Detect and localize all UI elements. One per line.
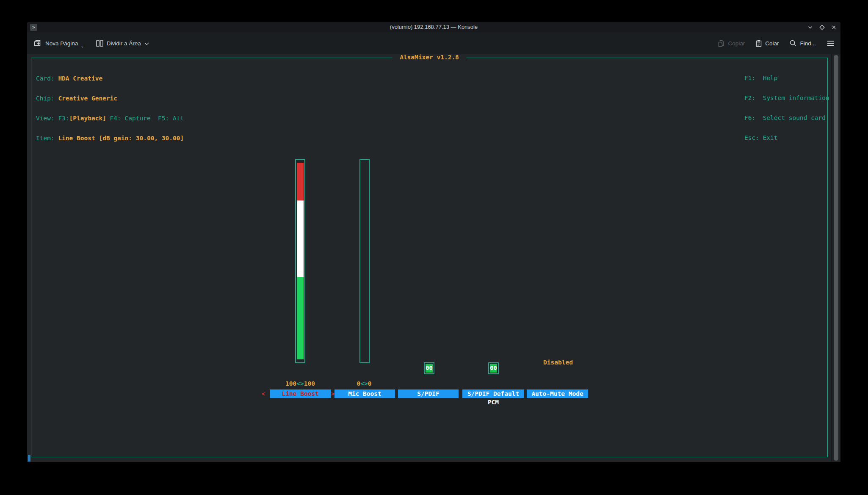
alsamixer-help-block: F1: Help F2: System information F6: Sele… bbox=[744, 62, 829, 154]
info-line-chip: Chip: Creative Generic bbox=[36, 95, 184, 102]
close-icon[interactable] bbox=[829, 23, 838, 31]
find-label: Find... bbox=[800, 40, 816, 47]
find-button[interactable]: Find... bbox=[790, 40, 816, 47]
new-tab-label: Nova Página bbox=[45, 40, 78, 47]
auto-mute-status: Disabled bbox=[526, 359, 590, 366]
help-line-esc: Esc: Exit bbox=[744, 135, 829, 142]
control-label-spdif-default-pcm[interactable]: S/PDIF Default PCM bbox=[462, 389, 524, 398]
copy-label: Copiar bbox=[728, 40, 745, 47]
info-line-card: Card: HDA Creative bbox=[36, 75, 184, 82]
control-label-auto-mute-mode[interactable]: Auto-Mute Mode bbox=[527, 389, 588, 398]
toolbar-right-group: Copiar Colar Find... bbox=[718, 40, 835, 47]
control-label-spdif[interactable]: S/PDIF bbox=[398, 389, 459, 398]
split-view-label: Dividir a Área bbox=[107, 40, 141, 47]
titlebar[interactable]: > (volumio) 192.168.77.13 — Konsole bbox=[27, 22, 840, 32]
window-controls bbox=[806, 23, 838, 31]
split-view-icon bbox=[96, 40, 103, 47]
desktop: > (volumio) 192.168.77.13 — Konsole bbox=[0, 0, 868, 495]
control-label-mic-boost[interactable]: Mic Boost bbox=[334, 389, 395, 398]
paste-button[interactable]: Colar bbox=[756, 40, 779, 47]
control-label-line-boost[interactable]: Line Boost bbox=[270, 389, 331, 398]
info-line-view: View: F3:[Playback] F4: Capture F5: All bbox=[36, 115, 184, 122]
volume-bar-fill bbox=[297, 163, 304, 359]
volume-bar-line-boost[interactable] bbox=[295, 159, 305, 363]
toolbar-left-group: Nova Página ⌄ Dividir a Área bbox=[34, 40, 149, 47]
terminal-area[interactable]: AlsaMixer v1.2.8 Card: HDA Creative Chip… bbox=[27, 54, 840, 462]
bar-segment-green bbox=[297, 277, 304, 359]
selector-left-arrow: < bbox=[260, 389, 267, 398]
help-line-f6: F6: Select sound card bbox=[744, 115, 829, 122]
line-boost-values: 100<>100 bbox=[275, 381, 326, 387]
copy-icon bbox=[718, 40, 724, 47]
scrollbar-track[interactable] bbox=[831, 54, 840, 462]
paste-label: Colar bbox=[765, 40, 779, 47]
new-tab-button[interactable]: Nova Página ⌄ bbox=[34, 40, 85, 47]
bar-segment-white bbox=[297, 200, 304, 277]
split-view-chevron-icon[interactable] bbox=[144, 42, 149, 45]
hamburger-menu-icon[interactable] bbox=[827, 40, 835, 46]
volume-bar-mic-boost[interactable] bbox=[359, 159, 370, 363]
help-line-f1: F1: Help bbox=[744, 75, 829, 82]
toolbar: Nova Página ⌄ Dividir a Área bbox=[27, 32, 840, 54]
scrollbar-thumb[interactable] bbox=[834, 55, 838, 461]
toggle-spdif[interactable]: 00 bbox=[424, 362, 434, 374]
alsamixer-info-block: Card: HDA Creative Chip: Creative Generi… bbox=[36, 62, 184, 155]
toggle-spdif-default-pcm[interactable]: 00 bbox=[488, 362, 499, 374]
copy-button[interactable]: Copiar bbox=[718, 40, 745, 47]
window-title: (volumio) 192.168.77.13 — Konsole bbox=[27, 24, 840, 30]
mic-boost-values: 0<>0 bbox=[339, 381, 390, 387]
konsole-window: > (volumio) 192.168.77.13 — Konsole bbox=[27, 22, 840, 462]
new-tab-icon bbox=[34, 40, 42, 47]
alsamixer-title: AlsaMixer v1.2.8 bbox=[392, 54, 466, 61]
search-icon bbox=[790, 40, 796, 47]
maximize-icon[interactable] bbox=[818, 23, 826, 31]
toggle-spdif-default-pcm-value: 00 bbox=[490, 364, 497, 373]
help-line-f2: F2: System information bbox=[744, 95, 829, 102]
info-line-item: Item: Line Boost [dB gain: 30.00, 30.00] bbox=[36, 135, 184, 142]
paste-icon bbox=[756, 40, 762, 47]
toggle-spdif-value: 00 bbox=[426, 364, 433, 373]
bar-segment-red bbox=[297, 163, 304, 200]
terminal-cursor bbox=[28, 455, 30, 462]
volume-bar-fill-empty bbox=[361, 163, 368, 359]
split-view-button[interactable]: Dividir a Área bbox=[96, 40, 149, 47]
new-tab-caret-icon[interactable]: ⌄ bbox=[80, 44, 84, 48]
minimize-icon[interactable] bbox=[806, 23, 814, 31]
